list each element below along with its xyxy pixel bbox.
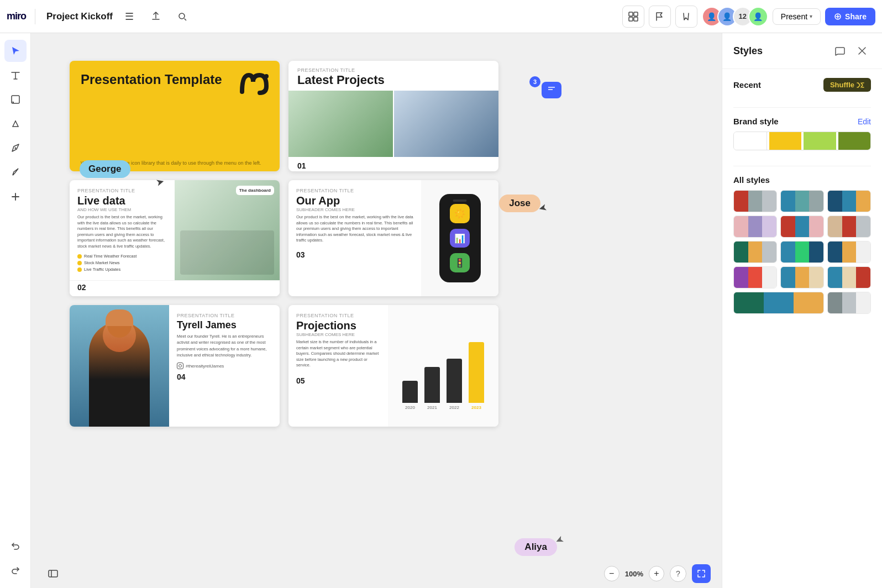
style-item-7[interactable]: [733, 241, 777, 263]
brand-swatches[interactable]: [733, 132, 871, 150]
app-icon-sun: ☀️: [450, 204, 470, 223]
project-title: Project Kickoff: [46, 11, 113, 22]
app-icon-chart: 📊: [450, 229, 470, 248]
edit-brand-button[interactable]: Edit: [858, 117, 871, 126]
header: miro Project Kickoff ☰ 👤 👤 12 👤 Present …: [0, 0, 882, 33]
slide2-label: PRESENTATION TITLE: [297, 67, 490, 73]
marker-tool-button[interactable]: [4, 161, 27, 183]
slide2-number: 01: [288, 159, 498, 171]
canvas-area[interactable]: Presentation Template We have an extensi…: [31, 33, 722, 588]
upload-button[interactable]: [146, 7, 166, 27]
slide5-title: Tyrell James: [177, 319, 272, 331]
flag-button[interactable]: [649, 6, 671, 28]
slide6-subtitle: SUBHEADER COMES HERE: [296, 332, 380, 337]
style-item-3[interactable]: [827, 190, 871, 212]
style-item-10[interactable]: [733, 266, 777, 288]
slide2-image-1: [288, 91, 393, 157]
left-sidebar: [0, 33, 31, 588]
slide5-label: PRESENTATION TITLE: [177, 313, 272, 318]
header-divider: [35, 9, 35, 24]
svg-rect-1: [629, 12, 633, 16]
svg-point-8: [264, 74, 269, 78]
present-button[interactable]: Present ▾: [773, 8, 821, 25]
style-item-11[interactable]: [780, 266, 824, 288]
fullscreen-button[interactable]: [692, 564, 711, 583]
avatar-3: 👤: [748, 7, 768, 27]
present-chevron-icon: ▾: [810, 13, 812, 19]
aliya-cursor: Aliya: [514, 538, 557, 556]
share-button[interactable]: Share: [825, 8, 875, 25]
slide-4[interactable]: PRESENTATION TITLE Our App SUBHEADER COM…: [288, 180, 498, 296]
slide3-image: The dashboard: [175, 180, 280, 280]
style-item-13[interactable]: [733, 292, 824, 314]
undo-button[interactable]: [4, 535, 27, 557]
slide-1[interactable]: Presentation Template We have an extensi…: [70, 61, 280, 171]
slide-5[interactable]: PRESENTATION TITLE Tyrell James Meet our…: [70, 305, 280, 427]
svg-rect-12: [49, 570, 57, 577]
all-styles-section: All styles: [722, 166, 882, 323]
george-cursor: George: [80, 160, 130, 178]
slide6-chart: 2020 2021 2022 2023: [388, 305, 498, 427]
select-tool-button[interactable]: [4, 40, 27, 62]
style-item-8[interactable]: [780, 241, 824, 263]
panel-close-button[interactable]: [853, 42, 871, 60]
menu-button[interactable]: ☰: [119, 7, 139, 27]
slide3-subtitle: AND HOW WE USE THEM: [77, 207, 167, 212]
sticky-note-button[interactable]: [4, 88, 27, 111]
style-item-4[interactable]: [733, 216, 777, 238]
jose-cursor: Jose: [499, 195, 540, 212]
brand-swatch-yellow: [769, 132, 802, 150]
help-button[interactable]: ?: [670, 565, 686, 582]
brand-style-label: Brand style: [733, 117, 779, 126]
slide-6[interactable]: PRESENTATION TITLE Projections SUBHEADER…: [288, 305, 498, 427]
miro-logo: miro: [7, 11, 26, 22]
slide6-text: Market size is the number of individuals…: [296, 339, 380, 369]
redo-button[interactable]: [4, 559, 27, 581]
panel-chat-button[interactable]: [831, 42, 849, 60]
style-item-1[interactable]: [733, 190, 777, 212]
slide3-number: 02: [70, 280, 280, 297]
styles-grid: [733, 190, 871, 314]
zoom-in-button[interactable]: +: [649, 566, 664, 581]
slide3-list: Real Time Weather Forecast Stock Market …: [77, 254, 167, 272]
svg-rect-9: [546, 85, 557, 92]
shapes-button[interactable]: [4, 113, 27, 135]
panel-toggle-button[interactable]: [42, 563, 64, 585]
all-styles-label: All styles: [733, 175, 770, 185]
search-button[interactable]: [172, 7, 192, 27]
brand-swatch-green-light: [804, 132, 836, 150]
add-more-button[interactable]: [4, 186, 27, 208]
style-item-6[interactable]: [827, 216, 871, 238]
zoom-controls: − 100% + ?: [604, 564, 711, 583]
slide-3[interactable]: PRESENTATION TITLE Live data AND HOW WE …: [70, 180, 280, 296]
app-icon-traffic: 🚦: [450, 253, 470, 272]
slide4-title: Our App: [296, 195, 413, 207]
slide6-title: Projections: [296, 319, 380, 332]
shuffle-button[interactable]: Shuffle: [823, 78, 871, 92]
style-item-2[interactable]: [780, 190, 824, 212]
slide5-number: 04: [177, 369, 272, 381]
cursor-reactions-button[interactable]: [675, 6, 697, 28]
zoom-level: 100%: [625, 570, 643, 578]
pen-tool-button[interactable]: [4, 137, 27, 159]
zoom-out-button[interactable]: −: [604, 566, 620, 581]
slide5-text: Meet our founder Tyrell. He is an entrep…: [177, 333, 272, 358]
svg-rect-3: [629, 17, 633, 21]
style-item-14[interactable]: [827, 292, 871, 314]
slide4-label: PRESENTATION TITLE: [296, 188, 413, 193]
slides-grid: Presentation Template We have an extensi…: [70, 61, 498, 427]
style-item-5[interactable]: [780, 216, 824, 238]
text-tool-button[interactable]: [4, 64, 27, 86]
style-item-12[interactable]: [827, 266, 871, 288]
style-item-9[interactable]: [827, 241, 871, 263]
grid-tool-button[interactable]: [622, 6, 644, 28]
slide-2[interactable]: PRESENTATION TITLE Latest Projects 01: [288, 61, 498, 171]
slide2-image-2: [394, 91, 498, 157]
slide5-image: [70, 305, 169, 427]
comment-bubble-icon: [542, 82, 561, 98]
svg-rect-2: [634, 12, 638, 16]
slide1-logo: [238, 70, 271, 102]
bottom-toolbar: − 100% + ?: [31, 559, 722, 588]
panel-header: Styles: [722, 33, 882, 69]
slide3-text: Our product is the best on the market, w…: [77, 214, 167, 249]
